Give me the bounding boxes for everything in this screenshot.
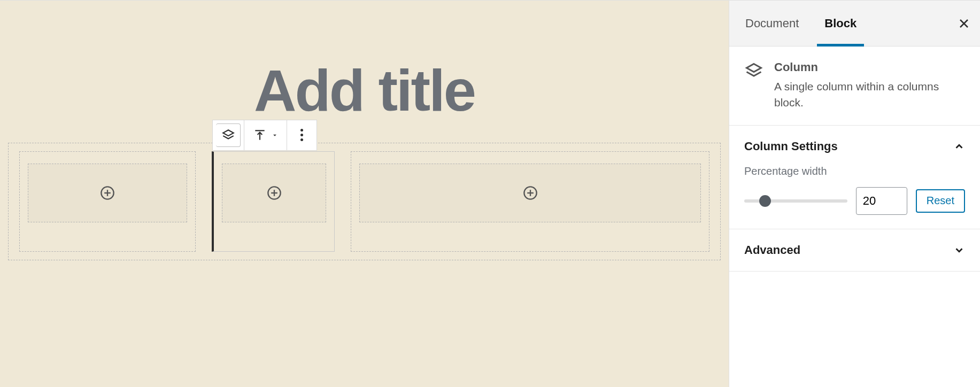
tab-block[interactable]: Block — [812, 1, 869, 46]
advanced-toggle[interactable]: Advanced — [744, 243, 965, 257]
plus-circle-icon — [267, 185, 282, 200]
vertical-align-button[interactable] — [244, 120, 287, 150]
more-vertical-icon — [300, 129, 303, 141]
block-toolbar — [212, 120, 317, 151]
add-block-button[interactable] — [222, 164, 326, 222]
close-sidebar-button[interactable] — [948, 1, 980, 46]
chevron-up-icon — [953, 141, 965, 152]
plus-circle-icon — [523, 185, 538, 200]
panel-title: Advanced — [744, 243, 800, 257]
percentage-width-slider[interactable] — [744, 199, 847, 203]
column-block-selected[interactable] — [212, 151, 335, 252]
column-block[interactable] — [19, 151, 196, 252]
block-type-button[interactable] — [216, 123, 241, 147]
add-block-button[interactable] — [28, 164, 187, 222]
column-block-icon — [744, 61, 763, 83]
close-icon — [958, 17, 970, 30]
column-settings-toggle[interactable]: Column Settings — [744, 140, 965, 153]
column-settings-panel: Column Settings Percentage width Reset — [729, 126, 980, 229]
add-block-button[interactable] — [359, 164, 701, 222]
editor-canvas: Add title — [0, 1, 729, 387]
columns-block[interactable] — [8, 143, 721, 260]
post-title-input[interactable]: Add title — [0, 59, 729, 127]
settings-sidebar: Document Block Column A single column — [729, 1, 980, 387]
more-options-button[interactable] — [287, 120, 317, 150]
percentage-width-input[interactable] — [856, 187, 907, 215]
block-name: Column — [774, 60, 965, 74]
plus-circle-icon — [100, 185, 115, 200]
slider-thumb[interactable] — [759, 195, 771, 207]
tab-document[interactable]: Document — [732, 1, 812, 46]
block-info-panel: Column A single column within a columns … — [729, 47, 980, 126]
reset-button[interactable]: Reset — [916, 189, 965, 213]
panel-title: Column Settings — [744, 140, 838, 153]
chevron-down-icon — [953, 244, 965, 256]
app-root: Add title — [0, 0, 980, 387]
advanced-panel: Advanced — [729, 229, 980, 272]
percentage-width-label: Percentage width — [744, 165, 965, 177]
sidebar-tabs: Document Block — [729, 1, 980, 47]
block-description: A single column within a columns block. — [774, 79, 965, 111]
column-block[interactable] — [351, 151, 709, 252]
